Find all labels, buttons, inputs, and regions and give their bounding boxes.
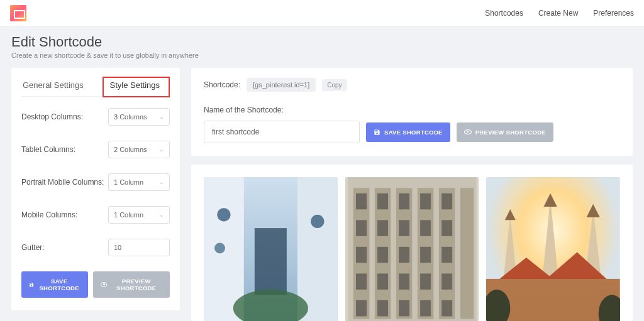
svg-rect-35 (441, 273, 452, 290)
svg-rect-19 (420, 193, 431, 210)
select-tablet-columns[interactable]: 2 Columns ⌄ (108, 141, 170, 158)
settings-tabs: General Settings Style Settings (21, 77, 170, 97)
select-value: 1 Column (114, 211, 143, 219)
nav-preferences[interactable]: Preferences (593, 9, 634, 18)
svg-rect-31 (356, 273, 367, 290)
svg-point-6 (311, 215, 324, 228)
label-gutter: Gutter: (21, 243, 45, 252)
svg-rect-37 (377, 300, 388, 317)
svg-rect-27 (377, 247, 388, 263)
page-subtitle: Create a new shortcode & save it to use … (11, 52, 633, 59)
tab-general-settings[interactable]: General Settings (21, 77, 85, 96)
svg-rect-15 (460, 188, 474, 318)
label-tablet-columns: Tablet Columns: (21, 145, 75, 154)
copy-button[interactable]: Copy (322, 79, 347, 91)
page-title: Edit Shortcode (11, 34, 633, 50)
svg-rect-22 (377, 220, 388, 236)
settings-panel: General Settings Style Settings Desktop … (11, 68, 180, 310)
save-shortcode-button-main[interactable]: SAVE SHORTCODE (366, 122, 450, 142)
svg-rect-16 (356, 193, 367, 210)
button-label: PREVIEW SHORTCODE (111, 278, 162, 291)
svg-rect-17 (377, 193, 388, 210)
svg-rect-21 (356, 220, 367, 236)
save-icon (29, 281, 34, 288)
chevron-down-icon: ⌄ (159, 212, 164, 218)
svg-rect-38 (399, 300, 409, 317)
svg-rect-29 (420, 247, 431, 263)
svg-rect-33 (399, 273, 409, 290)
nav-shortcodes[interactable]: Shortcodes (485, 9, 523, 18)
button-label: PREVIEW SHORTCODE (475, 129, 546, 136)
app-logo (10, 5, 26, 21)
svg-rect-23 (399, 220, 409, 236)
topbar: Shortcodes Create New Preferences (0, 0, 644, 26)
select-value: 2 Columns (114, 146, 147, 153)
select-value: 3 Columns (114, 113, 147, 121)
chevron-down-icon: ⌄ (159, 146, 164, 153)
svg-rect-40 (441, 300, 452, 317)
svg-rect-28 (399, 247, 409, 263)
svg-rect-32 (377, 273, 388, 290)
preview-thumbnail (486, 177, 620, 321)
preview-thumbnail (204, 177, 338, 321)
tab-style-settings[interactable]: Style Settings (103, 77, 170, 97)
nav-create-new[interactable]: Create New (538, 9, 578, 18)
label-portrait-mobile-columns: Portrait Mobile Columns: (21, 178, 104, 187)
chevron-down-icon: ⌄ (159, 114, 164, 120)
svg-rect-25 (441, 220, 452, 236)
select-mobile-columns[interactable]: 1 Column ⌄ (108, 206, 170, 224)
svg-rect-26 (356, 247, 367, 263)
svg-rect-39 (420, 300, 431, 317)
preview-panel (191, 165, 633, 321)
preview-shortcode-button-main[interactable]: PREVIEW SHORTCODE (457, 122, 553, 142)
shortcode-label: Shortcode: (204, 80, 240, 89)
button-label: SAVE SHORTCODE (38, 278, 80, 291)
shortcode-code: [gs_pinterest id=1] (247, 78, 316, 92)
save-icon (374, 129, 380, 136)
eye-icon (101, 282, 106, 287)
label-mobile-columns: Mobile Columns: (21, 210, 77, 219)
svg-point-7 (214, 243, 225, 254)
save-shortcode-button[interactable]: SAVE SHORTCODE (21, 271, 88, 298)
top-nav: Shortcodes Create New Preferences (485, 9, 634, 18)
shortcode-name-input[interactable] (204, 121, 360, 143)
select-value: 1 Column (114, 178, 143, 186)
select-desktop-columns[interactable]: 3 Columns ⌄ (108, 108, 170, 126)
shortcode-info-panel: Shortcode: [gs_pinterest id=1] Copy Name… (191, 68, 633, 156)
name-label: Name of the Shortcode: (204, 106, 620, 114)
svg-rect-3 (255, 228, 287, 295)
svg-rect-24 (420, 220, 431, 236)
chevron-down-icon: ⌄ (159, 179, 164, 185)
svg-rect-30 (441, 247, 452, 263)
svg-rect-20 (441, 193, 452, 210)
label-desktop-columns: Desktop Columns: (21, 112, 83, 121)
svg-rect-36 (356, 300, 367, 317)
svg-point-5 (217, 208, 230, 221)
select-portrait-mobile-columns[interactable]: 1 Column ⌄ (108, 173, 170, 191)
preview-shortcode-button[interactable]: PREVIEW SHORTCODE (93, 271, 170, 298)
svg-rect-18 (399, 193, 409, 210)
button-label: SAVE SHORTCODE (384, 129, 443, 136)
svg-rect-34 (420, 273, 431, 290)
eye-icon (464, 129, 472, 134)
preview-thumbnail (345, 177, 479, 321)
input-gutter[interactable] (108, 239, 170, 256)
